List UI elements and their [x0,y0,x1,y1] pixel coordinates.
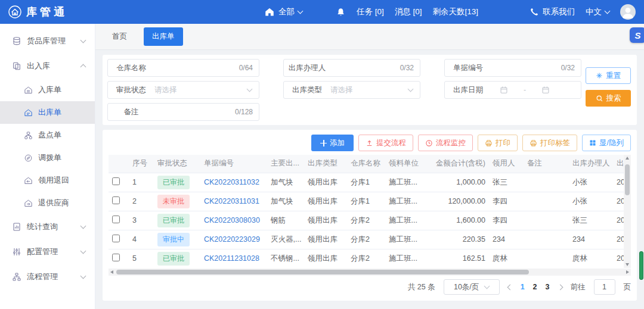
submit-flow-button[interactable]: 提交流程 [358,135,413,151]
doc-no-link[interactable]: CK20220223029 [204,235,260,244]
upload-icon [366,139,373,147]
row-checkbox[interactable] [112,254,120,261]
table-header-row: 序号 审批状态 单据编号 主要出... 出库类型 仓库名称 领料单位 金额合计(… [109,155,631,173]
sidebar-item-in-out-warehouse[interactable]: 出入库 [0,54,95,79]
table-row[interactable]: 4 审批中 CK20220223029 灭火器,... 领用出库 分库2 施工班… [109,230,631,249]
sidebar-item-stocktaking-order[interactable]: 盘点单 [0,124,95,146]
doc-no-link[interactable]: CK20220311032 [204,178,259,186]
search-button[interactable]: 搜索 [586,90,631,107]
sidebar-item-workflow-mgmt[interactable]: 流程管理 [0,264,95,289]
print-label-button[interactable]: 打印标签 [522,135,577,151]
tasks-link[interactable]: 任务 [0] [357,7,384,17]
col-handler: 出库办理人 [569,155,613,173]
status-badge: 未审批 [157,195,190,208]
horizontal-scroll-thumb[interactable] [116,270,529,274]
window-scrollbar-thumb[interactable] [639,251,643,280]
outbound-date-range[interactable]: 出库日期 - [444,81,581,99]
sidebar-item-return-to-supplier[interactable]: 退供应商 [0,192,95,214]
tab-strip: 首页 出库单 [95,24,644,50]
char-counter: 0/32 [561,64,581,72]
table-row[interactable]: 1 已审批 CK20220311032 加气块 领用出库 分库1 施工班... … [109,173,631,192]
warehouse-supplier-icon [24,199,33,208]
database-icon [12,36,21,46]
calendar-icon[interactable] [541,86,550,94]
floating-tool-button[interactable]: S [630,27,644,43]
char-counter: 0/64 [239,64,259,72]
table-vertical-scrollbar[interactable] [624,155,631,268]
chevron-down-icon [80,248,86,254]
sidebar-item-transfer-order[interactable]: 调拨单 [0,146,95,169]
col-recipient: 领用人 [489,155,524,173]
tab-outbound-order[interactable]: 出库单 [144,27,183,46]
char-counter: 0/128 [235,108,259,116]
filter-panel: 仓库名称 0/64 出库办理人 0/32 单据编号 0/32 审批状态 [103,55,637,125]
sidebar-item-config-mgmt[interactable]: 配置管理 [0,239,95,264]
row-checkbox[interactable] [112,177,120,185]
scroll-up-arrow-icon[interactable] [626,157,629,160]
warehouse-in-icon [24,86,33,95]
note-field[interactable]: 备注 0/128 [107,103,259,121]
row-checkbox[interactable] [112,196,120,204]
table-horizontal-scrollbar[interactable] [109,269,631,276]
page-number-1[interactable]: 1 [521,283,525,291]
outbound-type-select[interactable]: 出库类型 请选择 [283,81,420,99]
flow-monitor-button[interactable]: 流程监控 [418,135,473,151]
contact-us-link[interactable]: 联系我们 [530,7,575,17]
page-size-select[interactable]: 10条/页 [444,279,500,295]
add-button[interactable]: 添加 [311,135,354,151]
doc-no-link[interactable]: CK20220311031 [204,197,259,205]
row-checkbox[interactable] [112,216,120,223]
show-hide-columns-button[interactable]: 显/隐列 [582,135,631,151]
total-count: 共 25 条 [408,282,435,292]
chevron-right-icon [557,284,563,290]
table-row[interactable]: 3 已审批 CK20220308030 钢筋 领用出库 分库2 施工班... 1… [109,211,631,230]
goto-page-input[interactable] [594,279,615,295]
user-avatar[interactable] [620,4,636,20]
vertical-scroll-thumb[interactable] [625,164,630,195]
scroll-down-arrow-icon[interactable] [626,263,629,266]
chevron-left-icon [507,284,513,290]
table-toolbar: 添加 提交流程 流程监控 [109,135,631,151]
tab-home[interactable]: 首页 [104,27,135,46]
doc-no-link[interactable]: CK20220308030 [204,216,260,224]
col-out-type: 出库类型 [304,155,347,173]
sidebar-item-goods-warehouse-mgmt[interactable]: 货品库管理 [0,29,95,54]
app-title: 库管通 [26,5,67,19]
report-chart-icon [12,222,21,232]
goto-unit: 页 [624,282,631,292]
print-button[interactable]: 打印 [478,135,518,151]
approval-status-select[interactable]: 审批状态 请选择 [107,81,259,99]
warehouse-name-field[interactable]: 仓库名称 0/64 [107,59,259,77]
scroll-right-arrow-icon[interactable] [626,270,629,274]
char-counter: 0/32 [400,64,420,72]
table-row[interactable]: 2 未审批 CK20220311031 加气块 领用出库 分库1 施工班... … [109,192,631,211]
table-row[interactable]: 5 已审批 CK20211231028 不锈钢... 领用出库 分库2 施工班.… [109,249,631,268]
chevron-down-icon [80,223,86,229]
next-page-button[interactable] [558,285,562,289]
goto-label: 前往 [571,282,586,292]
chevron-down-icon [80,38,86,43]
bell-icon[interactable] [336,7,346,17]
calendar-icon[interactable] [500,86,508,94]
row-checkbox[interactable] [112,235,120,242]
outbound-handler-field[interactable]: 出库办理人 0/32 [283,59,420,77]
page-number-3[interactable]: 3 [546,283,550,291]
sidebar-item-outbound-order[interactable]: 出库单 [0,101,95,124]
doc-number-field[interactable]: 单据编号 0/32 [444,59,581,77]
language-selector[interactable]: 中文 [586,7,609,17]
reset-button[interactable]: 重置 [586,67,631,84]
col-unit: 领料单位 [385,155,428,173]
scope-selector[interactable]: 全部 [264,7,302,17]
chevron-down-icon [484,283,490,289]
page-number-2[interactable]: 2 [533,283,537,291]
doc-no-link[interactable]: CK20211231028 [204,254,259,263]
sidebar-item-requisition-return[interactable]: 领用退回 [0,169,95,192]
sidebar-item-statistics-query[interactable]: 统计查询 [0,214,95,239]
scroll-left-arrow-icon[interactable] [110,270,113,274]
sidebar-item-inbound-order[interactable]: 入库单 [0,79,95,101]
messages-link[interactable]: 消息 [0] [395,7,422,17]
printer-icon [485,139,493,147]
status-badge: 已审批 [157,214,190,227]
prev-page-button[interactable] [508,285,512,289]
col-amount: 金额合计(含税) [428,155,489,173]
